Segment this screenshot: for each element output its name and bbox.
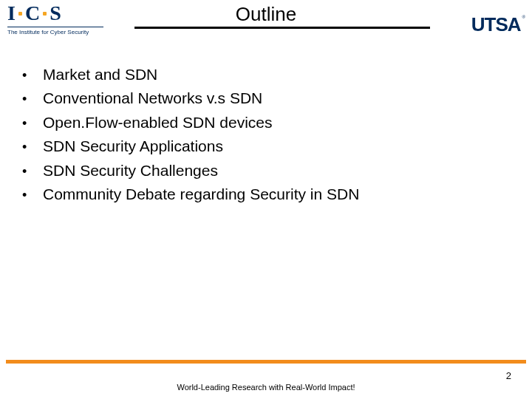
outline-list: Market and SDN Conventional Networks v.s…: [22, 64, 359, 208]
list-item: Conventional Networks v.s SDN: [22, 87, 359, 109]
ics-logo-subtitle: The Institute for Cyber Security: [7, 27, 103, 35]
ics-letter-i: I: [7, 1, 16, 25]
list-item: SDN Security Challenges: [22, 160, 359, 182]
dot-icon: [43, 12, 47, 16]
footer-divider: [6, 360, 526, 364]
utsa-logo-text: UTSA: [471, 13, 521, 36]
utsa-logo: UTSA ®: [471, 13, 525, 36]
dot-icon: [18, 12, 22, 16]
list-item-text: Market and SDN: [43, 64, 157, 86]
list-item-text: Community Debate regarding Security in S…: [43, 183, 359, 205]
list-item-text: Open.Flow-enabled SDN devices: [43, 112, 273, 134]
list-item: Community Debate regarding Security in S…: [22, 183, 359, 205]
page-number: 2: [506, 370, 511, 381]
footer-tagline: World-Leading Research with Real-World I…: [170, 383, 362, 393]
list-item-text: Conventional Networks v.s SDN: [43, 87, 262, 109]
trademark-icon: ®: [522, 15, 525, 19]
ics-logo: I C S The Institute for Cyber Security: [7, 1, 103, 35]
list-item: SDN Security Applications: [22, 135, 359, 157]
list-item: Market and SDN: [22, 64, 359, 86]
slide-header: I C S The Institute for Cyber Security O…: [0, 0, 532, 52]
list-item-text: SDN Security Challenges: [43, 160, 218, 182]
slide-title: Outline: [236, 3, 296, 26]
list-item-text: SDN Security Applications: [43, 135, 223, 157]
ics-logo-letters: I C S: [7, 1, 103, 25]
ics-letter-s: S: [50, 1, 61, 25]
list-item: Open.Flow-enabled SDN devices: [22, 112, 359, 134]
ics-letter-c: C: [25, 1, 40, 25]
title-underline: [134, 27, 430, 29]
